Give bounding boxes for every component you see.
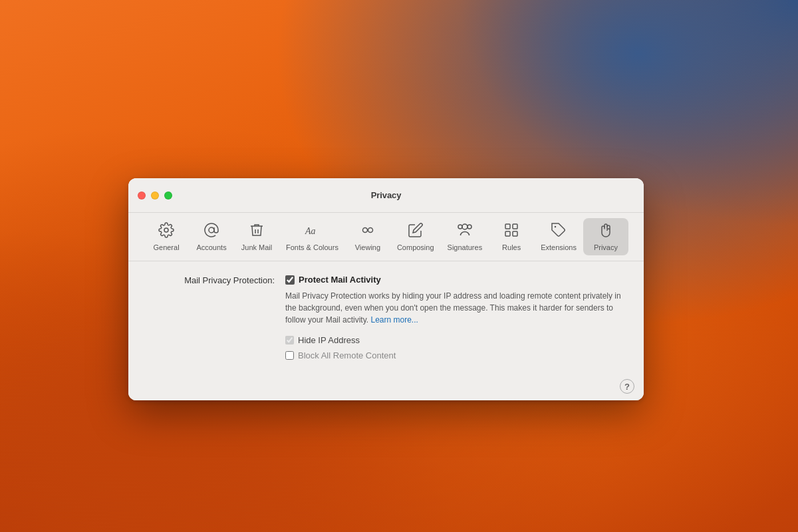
- tab-extensions[interactable]: Extensions: [534, 218, 583, 255]
- svg-rect-8: [505, 224, 510, 229]
- protect-mail-row: Protect Mail Activity: [285, 275, 630, 285]
- extensions-icon: [551, 222, 567, 241]
- tab-viewing[interactable]: Viewing: [345, 218, 390, 255]
- mail-preferences-window: Privacy General Accounts: [128, 178, 644, 400]
- tab-extensions-label: Extensions: [541, 243, 577, 251]
- privacy-hand-icon: [598, 222, 614, 241]
- block-remote-label: Block All Remote Content: [298, 350, 396, 360]
- privacy-section: Mail Privacy Protection: Protect Mail Ac…: [142, 275, 630, 360]
- tab-composing[interactable]: Composing: [390, 218, 441, 255]
- tab-junk-mail[interactable]: Junk Mail: [234, 218, 279, 255]
- svg-point-0: [164, 228, 168, 232]
- tab-accounts[interactable]: Accounts: [189, 218, 234, 255]
- titlebar: Privacy: [128, 178, 644, 213]
- minimize-button[interactable]: [151, 192, 159, 200]
- sub-options: Hide IP Address Block All Remote Content: [285, 335, 630, 360]
- hide-ip-label: Hide IP Address: [298, 335, 360, 345]
- signatures-icon: [457, 222, 473, 241]
- at-icon: [203, 222, 219, 241]
- tab-fonts[interactable]: Aa Fonts & Colours: [279, 218, 345, 255]
- tab-viewing-label: Viewing: [355, 243, 380, 251]
- rules-icon: [503, 222, 519, 241]
- block-remote-option: Block All Remote Content: [285, 350, 630, 360]
- tab-accounts-label: Accounts: [196, 243, 226, 251]
- svg-point-5: [462, 224, 467, 229]
- tab-signatures[interactable]: Signatures: [441, 218, 489, 255]
- protect-mail-label: Protect Mail Activity: [299, 275, 381, 285]
- svg-point-1: [209, 227, 214, 233]
- traffic-lights: [138, 192, 172, 200]
- privacy-controls: Protect Mail Activity Mail Privacy Prote…: [285, 275, 630, 360]
- viewing-icon: [360, 222, 376, 241]
- content-area: Mail Privacy Protection: Protect Mail Ac…: [128, 261, 644, 374]
- tab-composing-label: Composing: [397, 243, 434, 251]
- composing-icon: [408, 222, 424, 241]
- learn-more-link[interactable]: Learn more...: [370, 315, 418, 325]
- description-text: Mail Privacy Protection works by hiding …: [285, 290, 630, 326]
- svg-point-3: [362, 228, 367, 233]
- tab-general-label: General: [153, 243, 179, 251]
- svg-rect-9: [513, 224, 517, 229]
- fonts-icon: Aa: [304, 222, 320, 241]
- svg-point-7: [458, 225, 462, 229]
- toolbar: General Accounts Junk Mail: [128, 213, 644, 261]
- maximize-button[interactable]: [164, 192, 172, 200]
- tab-privacy[interactable]: Privacy: [583, 218, 628, 255]
- tab-privacy-label: Privacy: [594, 243, 618, 251]
- block-remote-checkbox[interactable]: [285, 351, 294, 360]
- svg-point-4: [368, 228, 372, 233]
- tab-rules[interactable]: Rules: [489, 218, 534, 255]
- junk-icon: [249, 222, 265, 241]
- svg-rect-10: [505, 231, 510, 236]
- protect-mail-checkbox[interactable]: [285, 275, 295, 285]
- section-label: Mail Privacy Protection:: [142, 275, 275, 285]
- tab-fonts-label: Fonts & Colours: [286, 243, 338, 251]
- tab-junk-mail-label: Junk Mail: [241, 243, 272, 251]
- svg-text:Aa: Aa: [305, 226, 316, 236]
- tab-general[interactable]: General: [144, 218, 189, 255]
- help-button[interactable]: ?: [620, 379, 634, 394]
- window-title: Privacy: [371, 190, 402, 200]
- close-button[interactable]: [138, 192, 146, 200]
- hide-ip-option: Hide IP Address: [285, 335, 630, 345]
- svg-point-6: [467, 225, 471, 229]
- svg-rect-11: [513, 231, 517, 236]
- tab-rules-label: Rules: [502, 243, 521, 251]
- tab-signatures-label: Signatures: [448, 243, 483, 251]
- bottom-bar: ?: [128, 374, 644, 400]
- gear-icon: [158, 222, 174, 241]
- hide-ip-checkbox[interactable]: [285, 336, 294, 344]
